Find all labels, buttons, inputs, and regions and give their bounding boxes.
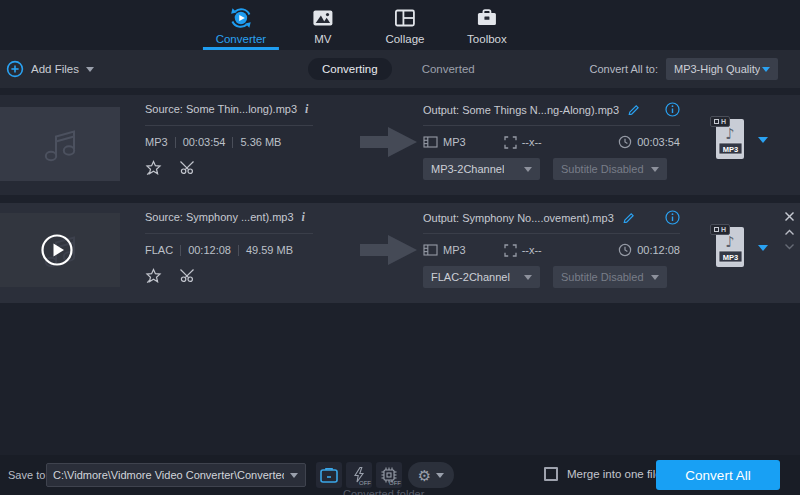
source-info: Source: Some Thin...long).mp3 i MP3 00:0… xyxy=(145,102,317,178)
source-duration: 00:03:54 xyxy=(183,136,226,148)
converted-tab[interactable]: Converted xyxy=(422,63,475,75)
save-path-combobox[interactable] xyxy=(46,463,306,487)
output-format-dropdown[interactable]: MP3-High Quality xyxy=(666,58,778,80)
output-info-icon[interactable] xyxy=(665,210,680,227)
rename-pencil-icon[interactable] xyxy=(627,102,640,117)
tab-converter[interactable]: Converter xyxy=(200,0,282,50)
tab-toolbox-label: Toolbox xyxy=(467,33,507,45)
rename-pencil-icon[interactable] xyxy=(622,210,635,225)
settings-caret-icon xyxy=(436,473,444,478)
output-info-icon[interactable] xyxy=(665,102,680,119)
move-up-icon[interactable] xyxy=(784,227,795,238)
tab-mv[interactable]: MV xyxy=(282,0,364,50)
quality-badge: H xyxy=(710,224,730,235)
save-to-label: Save to: xyxy=(8,469,48,481)
source-format: MP3 xyxy=(145,136,168,148)
dropdown-caret-icon xyxy=(524,275,532,280)
save-path-caret-icon xyxy=(290,473,298,478)
source-duration: 00:12:08 xyxy=(188,244,231,256)
divider xyxy=(145,233,313,234)
merge-label: Merge into one file xyxy=(567,468,662,480)
output-format: MP3 xyxy=(443,136,466,148)
output-resolution: --x-- xyxy=(522,136,542,148)
output-format: MP3 xyxy=(443,244,466,256)
file-format-caret-icon[interactable] xyxy=(758,137,768,143)
source-size: 5.36 MB xyxy=(240,136,281,148)
add-files-caret-icon xyxy=(86,67,94,72)
convert-all-to-group: Convert All to: MP3-High Quality xyxy=(590,58,778,80)
main-tabs: Converter MV xyxy=(200,0,528,50)
header-bar: Converter MV xyxy=(0,0,800,50)
convert-arrow-icon xyxy=(360,125,418,161)
move-down-icon[interactable] xyxy=(784,241,795,252)
add-files-button[interactable]: Add Files xyxy=(6,58,94,80)
edit-effects-button[interactable] xyxy=(145,160,162,178)
output-duration: 00:12:08 xyxy=(637,244,680,256)
divider xyxy=(145,125,313,126)
add-files-label: Add Files xyxy=(31,63,79,75)
format-icon xyxy=(423,244,438,256)
settings-button[interactable]: ⚙ xyxy=(408,462,454,488)
grid-glyph xyxy=(714,119,719,124)
tab-converter-label: Converter xyxy=(216,33,266,45)
merge-checkbox[interactable] xyxy=(544,467,558,481)
dropdown-caret-icon xyxy=(524,167,532,172)
gpu-acceleration-button[interactable]: OFF xyxy=(376,462,402,488)
clock-icon xyxy=(618,243,632,257)
remove-file-icon[interactable] xyxy=(784,211,795,224)
output-file-icon-group[interactable]: H ♪ MP3 xyxy=(712,117,772,173)
file-row: Source: Some Thin...long).mp3 i MP3 00:0… xyxy=(0,95,800,195)
cut-button[interactable] xyxy=(180,268,196,286)
subtitle-dropdown[interactable]: Subtitle Disabled xyxy=(553,158,667,180)
gpu-off-label: OFF xyxy=(389,480,401,486)
toolbox-icon xyxy=(475,5,499,31)
source-filename: Source: Some Thin...long).mp3 i xyxy=(145,102,317,117)
tab-collage[interactable]: Collage xyxy=(364,0,446,50)
output-file-icon-group[interactable]: H ♪ MP3 xyxy=(712,225,772,281)
play-button[interactable] xyxy=(40,233,74,269)
convert-arrow-icon xyxy=(360,233,418,269)
converted-folder-tooltip: Converted folder xyxy=(343,488,424,495)
collage-icon xyxy=(393,5,417,31)
svg-text:MP3: MP3 xyxy=(723,145,738,154)
channel-profile-dropdown[interactable]: FLAC-2Channel xyxy=(423,266,540,288)
source-meta: MP3 00:03:54 5.36 MB xyxy=(145,136,317,148)
converter-app-window: Converter MV xyxy=(0,0,800,495)
plus-circle-icon xyxy=(6,60,24,78)
tab-mv-label: MV xyxy=(314,33,331,45)
source-info-icon[interactable]: i xyxy=(302,210,305,225)
convert-all-to-label: Convert All to: xyxy=(590,63,658,75)
output-info: Output: Symphony No....ovement).mp3 xyxy=(423,210,680,288)
output-filename: Output: Some Things N...ng-Along).mp3 xyxy=(423,102,680,117)
open-folder-button[interactable] xyxy=(316,462,342,488)
tab-toolbox[interactable]: Toolbox xyxy=(446,0,528,50)
audio-thumbnail[interactable] xyxy=(0,107,120,181)
dropdown-caret-icon xyxy=(651,167,659,172)
svg-text:♪: ♪ xyxy=(725,233,735,251)
music-note-icon xyxy=(37,123,83,165)
save-path-input[interactable] xyxy=(47,469,290,481)
channel-profile-dropdown[interactable]: MP3-2Channel xyxy=(423,158,540,180)
convert-all-button[interactable]: Convert All xyxy=(656,460,780,490)
output-duration: 00:03:54 xyxy=(637,136,680,148)
source-info-icon[interactable]: i xyxy=(305,102,308,117)
grid-glyph xyxy=(714,227,719,232)
folder-icon xyxy=(319,466,339,484)
dropdown-caret-icon xyxy=(762,67,770,72)
edit-effects-button[interactable] xyxy=(145,268,162,286)
file-format-caret-icon[interactable] xyxy=(758,245,768,251)
output-resolution: --x-- xyxy=(522,244,542,256)
tab-collage-label: Collage xyxy=(385,33,424,45)
output-filename: Output: Symphony No....ovement).mp3 xyxy=(423,210,680,225)
hardware-acceleration-button[interactable]: OFF xyxy=(346,462,372,488)
audio-thumbnail[interactable] xyxy=(0,213,120,287)
quality-badge: H xyxy=(710,116,730,127)
toolbar: Add Files Converting Converted Convert A… xyxy=(0,50,800,88)
svg-text:♪: ♪ xyxy=(725,125,735,143)
source-info: Source: Symphony ...ent).mp3 i FLAC 00:1… xyxy=(145,210,317,286)
converting-tab[interactable]: Converting xyxy=(308,58,392,80)
gear-icon: ⚙ xyxy=(418,468,431,483)
cut-button[interactable] xyxy=(180,160,196,178)
output-meta: MP3 --x-- xyxy=(423,135,680,149)
subtitle-dropdown[interactable]: Subtitle Disabled xyxy=(553,266,667,288)
